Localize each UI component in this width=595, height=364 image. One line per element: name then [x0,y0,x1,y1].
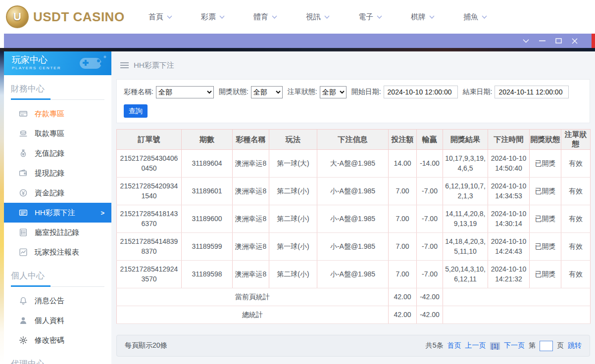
table-cell: 31189601 [182,178,233,205]
nav-item[interactable]: 首頁 [149,12,172,22]
table-cell: -14.00 [417,150,443,178]
bets-table: 訂單號期數彩種名稱玩法下注信息投注額輸贏開獎結果下注時間開獎狀態注單狀態 215… [116,129,591,324]
nav-item[interactable]: 電子 [358,12,382,22]
table-cell: 第二球(小) [269,205,317,233]
table-cell: 14.00 [389,150,417,178]
prev-page-link[interactable]: 上一页 [465,341,486,350]
sidebar-item-change-password[interactable]: 修改密碼 [4,330,111,350]
page-jump-input[interactable] [540,341,553,351]
summary-row: 當前頁統計42.00-42.00 [117,288,591,306]
background-dark-strip [0,48,595,51]
end-date-input[interactable] [495,86,569,98]
logo-emblem-icon: U [6,5,29,28]
lottery-name-select[interactable]: 全部 [156,86,214,98]
table-cell: 已開獎 [530,233,561,261]
nav-item[interactable]: 視訊 [306,12,330,22]
sidebar-item-hh-lottery-bets[interactable]: HH彩票下注> [4,203,111,223]
sidebar-item-recharge-history[interactable]: 充值記錄 [4,143,111,163]
sidebar-item-hall-bet-history[interactable]: 廳室投註記錄 [4,223,111,242]
nav-item-label: 電子 [358,12,373,22]
sidebar-item-label: 消息公告 [35,296,64,306]
nav-item-label: 棋牌 [411,12,426,22]
sidebar-item-announcements[interactable]: 消息公告 [4,291,111,311]
sidebar-item-profile[interactable]: 個人資料 [4,311,111,330]
first-page-link[interactable]: 首页 [447,341,461,350]
current-page-indicator[interactable]: [1] [490,342,500,350]
next-page-link[interactable]: 下一页 [504,341,525,350]
bell-icon [19,296,28,305]
sidebar-item-label: 玩家投注報表 [35,248,79,257]
table-cell: 已開獎 [530,205,561,233]
summary-label: 當前頁統計 [117,288,389,306]
logo[interactable]: U USDT CASINO [6,5,129,28]
table-row: 215217285412924357031189598澳洲幸运8第二球(小)小-… [117,261,591,288]
nav-item-label: 體育 [253,12,268,22]
window-dropdown-icon[interactable] [522,39,529,43]
table-cell: 澳洲幸运8 [233,178,269,205]
nav-item[interactable]: 捕魚 [463,12,487,22]
column-header: 訂單號 [117,130,182,150]
column-header: 彩種名稱 [233,130,269,150]
nav-item-label: 彩票 [201,12,216,22]
sidebar-item-player-bet-report[interactable]: 玩家投注報表 [4,242,111,262]
table-cell: 2024-10-10 14:50:40 [488,150,530,178]
nav-item[interactable]: 棋牌 [411,12,435,22]
jump-link[interactable]: 跳转 [568,341,582,350]
summary-empty-cell [443,306,591,324]
window-close-icon[interactable] [571,38,578,44]
menu-icon[interactable] [120,62,129,68]
column-header: 投注額 [389,130,417,150]
gear-icon [19,336,28,345]
red-edge-strip [592,34,595,48]
table-cell: -7.00 [417,261,443,288]
table-cell: 已開獎 [530,150,561,178]
sidebar-item-label: 取款專區 [35,129,64,138]
sidebar-item-cashout-history[interactable]: 提現記錄 [4,163,111,183]
start-date-label: 開始日期: [351,88,381,96]
draw-status-select[interactable]: 全部 [251,86,283,98]
table-cell: 第一球(大) [269,150,317,178]
breadcrumb: HH彩票下注 [116,51,590,79]
table-cell: 7.00 [389,233,417,261]
table-row: 215217285418143637031189600澳洲幸运8第二球(小)小-… [117,205,591,233]
table-cell: 澳洲幸运8 [233,261,269,288]
ticket-list-icon [19,208,28,217]
table-cell: 14,11,4,20,8,9,13,19 [443,205,488,233]
sidebar-item-deposit[interactable]: 存款專區 [4,104,111,124]
window-titlebar [4,34,595,48]
order-status-select[interactable]: 全部 [320,86,347,98]
chevron-down-icon [219,15,225,19]
chart-icon [19,248,28,257]
nav-item[interactable]: 彩票 [201,12,225,22]
window-maximize-icon[interactable] [555,38,562,44]
table-cell: 7.00 [389,178,417,205]
search-button[interactable]: 查詢 [124,104,148,118]
sidebar-item-withdraw[interactable]: 取款專區 [4,124,111,143]
section-underline [11,285,104,287]
end-date-label: 結束日期: [463,88,493,96]
start-date-input[interactable] [384,86,458,98]
column-header: 開獎結果 [443,130,488,150]
jump-prefix-label: 第 [529,341,536,350]
sidebar-item-funds-history[interactable]: 資金記錄 [4,183,111,203]
main-content: HH彩票下注 彩種名稱: 全部 開獎狀態: 全部 注單狀態: 全部 [111,51,595,364]
column-header: 注單狀態 [561,130,591,150]
table-cell: 2024-10-10 14:30:14 [488,205,530,233]
wallet-icon [19,169,28,178]
table-cell: 2152172854129243570 [117,261,182,288]
nav-item[interactable]: 體育 [253,12,277,22]
nav-item-label: 首頁 [149,12,163,22]
table-cell: 澳洲幸运8 [233,233,269,261]
summary-win-loss-total: -42.00 [417,288,443,306]
table-cell: 澳洲幸运8 [233,205,269,233]
chevron-down-icon [482,15,487,19]
table-cell: 31189598 [182,261,233,288]
window-minimize-icon[interactable] [539,40,545,42]
table-cell: 31189600 [182,205,233,233]
sidebar-section-header: 個人中心 [11,270,104,281]
table-cell: 2152172854304060450 [117,150,182,178]
chevron-down-icon [377,15,382,19]
table-cell: 第二球(小) [269,261,317,288]
pagination-controls: 共5条 首页 上一页 [1] 下一页 第 页 跳转 [426,341,582,351]
summary-row: 總統計42.00-42.00 [117,306,591,324]
